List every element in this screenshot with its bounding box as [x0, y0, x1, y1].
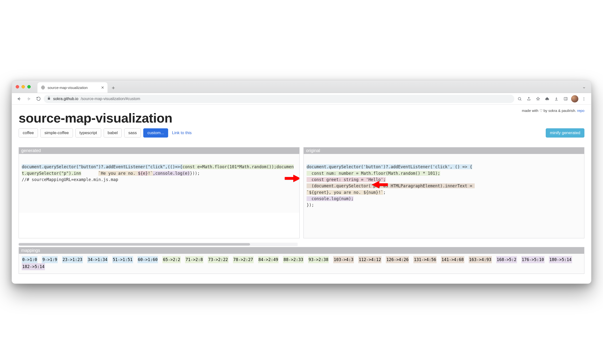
- heart-icon: ♡: [539, 108, 543, 113]
- orig-line: (document.querySelector('p') as HTMLPara…: [307, 183, 475, 188]
- mappings-panel: mappings 0->1:09->1:923->1:2334->1:3451-…: [19, 247, 584, 274]
- typescript-button[interactable]: typescript: [75, 128, 101, 138]
- mapping-chip[interactable]: 103->4:3: [333, 256, 354, 263]
- gen-seg: }));: [190, 171, 200, 176]
- page-title: source-map-visualization: [19, 110, 584, 125]
- window-close-button[interactable]: [16, 85, 19, 88]
- mapping-chip[interactable]: 176->5:10: [521, 256, 545, 263]
- mapping-chip[interactable]: 168->5:2: [496, 256, 517, 263]
- mapping-chip[interactable]: 65->2:2: [162, 256, 181, 263]
- kebab-menu-icon[interactable]: [580, 94, 588, 103]
- window-controls: [16, 81, 37, 93]
- mapping-chip[interactable]: 23->1:23: [62, 256, 83, 263]
- forward-button[interactable]: [24, 94, 33, 103]
- svg-point-4: [584, 98, 584, 99]
- mapping-chip[interactable]: 126->4:26: [386, 256, 409, 263]
- page-content: made with ♡ by sokra & paulirish. repo s…: [12, 105, 591, 283]
- scrollbar-thumb[interactable]: [19, 243, 250, 246]
- babel-button[interactable]: babel: [104, 128, 122, 138]
- share-icon[interactable]: [524, 94, 533, 103]
- sourcemap-comment: //# sourceMappingURL=example.min.js.map: [22, 177, 118, 182]
- mapping-chip[interactable]: 34->1:34: [87, 256, 108, 263]
- mapping-chip[interactable]: 84->2:49: [258, 256, 279, 263]
- download-icon[interactable]: [552, 94, 561, 103]
- search-icon[interactable]: [515, 94, 524, 103]
- gen-seg: ,console.log(e): [153, 171, 190, 176]
- mappings-label: mappings: [19, 247, 584, 254]
- star-icon[interactable]: [534, 94, 542, 103]
- mapping-chip[interactable]: 163->4:93: [469, 256, 492, 263]
- gen-seg: you are no.: [106, 171, 138, 176]
- globe-icon: [41, 85, 45, 90]
- orig-line: const greet: string = 'Hello';: [307, 177, 386, 182]
- horizontal-scrollbar[interactable]: [19, 243, 298, 246]
- mapping-chip[interactable]: 88->2:33: [283, 256, 304, 263]
- window-minimize-button[interactable]: [22, 85, 25, 88]
- preset-buttons: coffee simple-coffee typescript babel sa…: [19, 128, 584, 138]
- sass-button[interactable]: sass: [124, 128, 141, 138]
- mapping-chip[interactable]: 51->1:51: [112, 256, 133, 263]
- mapping-chip[interactable]: 141->4:68: [441, 256, 464, 263]
- mapping-chip[interactable]: 182->5:14: [22, 263, 45, 270]
- mapping-chip[interactable]: 131->4:56: [413, 256, 437, 263]
- reload-button[interactable]: [34, 94, 43, 103]
- simple-coffee-button[interactable]: simple-coffee: [40, 128, 73, 138]
- attribution-credits: by sokra & paulirish.: [544, 108, 577, 113]
- repo-link[interactable]: repo: [577, 108, 584, 113]
- svg-point-3: [584, 97, 584, 98]
- gen-seg: `He: [98, 171, 106, 176]
- mapping-chip[interactable]: 112->4:12: [358, 256, 382, 263]
- original-code[interactable]: document.querySelector('button')?.addEve…: [304, 154, 584, 238]
- tab-close-button[interactable]: ✕: [101, 85, 104, 90]
- svg-rect-2: [564, 97, 567, 100]
- titlebar: source-map-visualization ✕ ＋ ›: [12, 81, 591, 93]
- toolbar-actions: [515, 94, 588, 103]
- attribution: made with ♡ by sokra & paulirish. repo: [522, 108, 584, 113]
- gen-seg: const e: [182, 164, 200, 169]
- url-host: sokra.github.io: [53, 97, 78, 101]
- generated-code[interactable]: document.querySelector("button")?.addEve…: [19, 154, 299, 213]
- mappings-body[interactable]: 0->1:09->1:923->1:2334->1:3451->1:5160->…: [19, 254, 584, 274]
- sidepanel-icon[interactable]: [561, 94, 570, 103]
- orig-line: `${greet}, you are no. ${num}!`: [307, 190, 383, 195]
- orig-line: document.querySelector('button')?.addEve…: [307, 164, 472, 169]
- back-button[interactable]: [15, 94, 23, 103]
- generated-panel: generated document.querySelector("button…: [19, 147, 300, 238]
- browser-toolbar: sokra.github.io/source-map-visualization…: [12, 93, 591, 105]
- profile-avatar[interactable]: [570, 94, 579, 103]
- orig-line: const num: number = Math.floor(Math.rand…: [307, 171, 440, 176]
- tab-title: source-map-visualization: [47, 86, 99, 90]
- gen-seg: !`: [148, 171, 153, 176]
- mapping-chip[interactable]: 71->2:8: [185, 256, 203, 263]
- orig-line: console.log(num);: [307, 196, 353, 201]
- code-panels: generated document.querySelector("button…: [19, 147, 584, 238]
- svg-rect-6: [285, 177, 293, 180]
- new-tab-button[interactable]: ＋: [109, 83, 118, 92]
- url-path: /source-map-visualization/#custom: [81, 97, 140, 101]
- mapping-chip[interactable]: 93->2:38: [308, 256, 329, 263]
- tabstrip: source-map-visualization ✕ ＋ ›: [37, 81, 591, 93]
- attribution-prefix: made with: [522, 108, 539, 113]
- orig-line: });: [307, 202, 314, 207]
- tab-list-button[interactable]: ›: [581, 84, 588, 91]
- link-to-this[interactable]: Link to this: [172, 130, 192, 135]
- extensions-icon[interactable]: [543, 94, 552, 103]
- browser-window: source-map-visualization ✕ ＋ › sokra.git…: [12, 80, 591, 284]
- gen-seg: ${e}: [138, 171, 148, 176]
- mapping-chip[interactable]: 9->1:9: [42, 256, 58, 263]
- mapping-chip[interactable]: 0->1:0: [22, 256, 37, 263]
- window-maximize-button[interactable]: [27, 85, 31, 88]
- orig-line: ;: [383, 190, 386, 195]
- coffee-button[interactable]: coffee: [19, 128, 38, 138]
- svg-point-5: [584, 100, 584, 100]
- address-bar[interactable]: sokra.github.io/source-map-visualization…: [44, 95, 514, 103]
- minify-generated-button[interactable]: minify generated: [546, 128, 584, 138]
- browser-tab[interactable]: source-map-visualization ✕: [37, 82, 107, 93]
- generated-label: generated: [19, 147, 299, 154]
- original-panel: original document.querySelector('button'…: [303, 147, 584, 238]
- custom-button[interactable]: custom...: [143, 128, 168, 138]
- mapping-chip[interactable]: 60->1:60: [138, 256, 158, 263]
- mapping-chip[interactable]: 73->2:22: [208, 256, 229, 263]
- mapping-chip[interactable]: 78->2:27: [233, 256, 254, 263]
- mapping-chip[interactable]: 180->5:14: [549, 256, 572, 263]
